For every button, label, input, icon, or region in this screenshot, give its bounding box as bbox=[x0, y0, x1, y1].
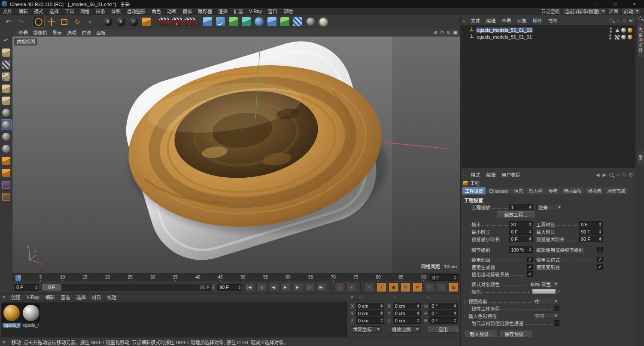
rot-h-field[interactable]: 0 ° bbox=[429, 303, 458, 309]
live-selection-icon[interactable] bbox=[33, 16, 45, 28]
move-tool-icon[interactable] bbox=[46, 16, 58, 28]
minimize-button[interactable]: ─ bbox=[586, 0, 605, 8]
timeline-tick[interactable]: 30 bbox=[150, 275, 155, 282]
locked-workplane-icon[interactable] bbox=[1, 191, 12, 202]
record-parameter-icon[interactable]: P bbox=[413, 282, 422, 292]
default-color-select[interactable]: 60% 灰色 bbox=[529, 281, 559, 287]
size-x-field[interactable]: 0 cm bbox=[393, 303, 421, 309]
next-frame-icon[interactable]: ▶ bbox=[292, 282, 302, 292]
maximize-button[interactable]: □ bbox=[605, 0, 625, 8]
scale-tool-icon[interactable] bbox=[58, 16, 70, 28]
color-swatch[interactable] bbox=[532, 289, 556, 294]
attribute-menu-item[interactable]: 用户数据 bbox=[498, 171, 523, 178]
search-icon[interactable] bbox=[610, 18, 614, 22]
workplane-icon[interactable] bbox=[1, 167, 12, 178]
snap-icon[interactable] bbox=[1, 131, 12, 142]
menu-icon[interactable]: ≡ bbox=[3, 294, 5, 300]
menu-item[interactable]: 样条 bbox=[93, 8, 108, 15]
toggle-view-icon[interactable]: ▣ bbox=[453, 30, 458, 36]
current-frame-field[interactable]: 0 F bbox=[430, 274, 458, 281]
model-mode-icon[interactable] bbox=[1, 47, 12, 58]
object-name[interactable]: cgaxis_models_56_01_01 bbox=[476, 34, 533, 39]
linear-workflow-checkbox[interactable] bbox=[554, 306, 559, 311]
max-time-field[interactable]: 90 F bbox=[579, 228, 603, 235]
start-frame-field[interactable]: 0 F bbox=[14, 284, 39, 291]
render-view-icon[interactable] bbox=[158, 16, 170, 28]
viewport-menu-item[interactable]: 选项 bbox=[64, 29, 79, 36]
attribute-tab[interactable]: 待办事项 bbox=[561, 187, 584, 194]
render-to-picture-viewer-icon[interactable]: ▸ bbox=[171, 16, 183, 28]
last-tool-icon[interactable]: ▾ bbox=[84, 16, 96, 28]
object-menu-item[interactable]: 标签 bbox=[529, 17, 545, 24]
next-key-icon[interactable]: ▷ bbox=[304, 282, 314, 292]
spline-pen-icon[interactable] bbox=[214, 16, 226, 28]
menu-icon[interactable]: ≡ bbox=[3, 340, 5, 345]
sound-toggle-icon[interactable]: ♪ bbox=[437, 282, 447, 292]
magnet-icon[interactable] bbox=[1, 155, 12, 166]
display-tag-icon[interactable] bbox=[615, 28, 620, 32]
timeline-tick[interactable]: 40 bbox=[195, 275, 200, 282]
undo-icon[interactable]: ↶ bbox=[2, 16, 14, 28]
viewport-canvas[interactable]: Y Z x 网格间距 : 10 cm 透视视图 bbox=[12, 36, 460, 273]
min-time-field[interactable]: 0 F bbox=[509, 228, 533, 235]
timeline-tick[interactable]: 50 bbox=[240, 275, 245, 282]
playback-mode-icon[interactable]: ▥ bbox=[449, 282, 459, 292]
phong-tag-icon[interactable] bbox=[621, 35, 626, 39]
viewport-menu-item[interactable]: 查看 bbox=[16, 29, 30, 36]
pos-y-field[interactable]: 0 cm bbox=[356, 310, 384, 316]
goto-end-icon[interactable]: ▶| bbox=[316, 282, 326, 292]
redo-icon[interactable]: ↷ bbox=[15, 16, 27, 28]
panel-icon[interactable]: ⊞ bbox=[629, 18, 633, 23]
timeline-tick[interactable]: 80 bbox=[376, 275, 381, 282]
menu-item[interactable]: 渲染 bbox=[215, 8, 231, 15]
workplane-grid-icon[interactable] bbox=[1, 179, 12, 190]
menu-item[interactable]: 编辑 bbox=[15, 8, 31, 15]
menu-item[interactable]: 模式 bbox=[31, 8, 46, 15]
volume-icon[interactable] bbox=[240, 16, 252, 28]
scale-mode-select[interactable]: 缩放比例 bbox=[390, 326, 421, 333]
attribute-menu-item[interactable]: 模式 bbox=[468, 171, 483, 178]
panel-icon[interactable]: ⊞ bbox=[629, 172, 633, 178]
menu-item[interactable]: V-Ray bbox=[246, 9, 265, 14]
points-mode-icon[interactable] bbox=[1, 71, 12, 82]
timeline-ruler[interactable]: 051015202530354045505560657075808590 0 F bbox=[12, 273, 460, 281]
object-menu-item[interactable]: 查看 bbox=[498, 17, 514, 24]
material-menu-item[interactable]: 纹理 bbox=[104, 294, 119, 300]
viewport-menu-item[interactable]: 摄像机 bbox=[30, 29, 50, 36]
close-button[interactable]: × bbox=[625, 0, 644, 8]
record-position-icon[interactable]: + bbox=[377, 282, 386, 292]
preview-max-field[interactable]: 90 F bbox=[579, 236, 603, 242]
menu-item[interactable]: 网格 bbox=[77, 8, 93, 15]
pan-view-icon[interactable]: ⊕ bbox=[434, 30, 437, 36]
use-generators-checkbox[interactable]: ✓ bbox=[527, 264, 533, 270]
material-menu-item[interactable]: 查看 bbox=[58, 294, 73, 300]
autokey-icon[interactable]: ● bbox=[365, 282, 374, 292]
spinner-icon[interactable] bbox=[34, 285, 38, 289]
pos-z-field[interactable]: 0 cm bbox=[356, 317, 384, 324]
search-icon[interactable] bbox=[638, 16, 642, 20]
filter-icon[interactable]: ▽ bbox=[622, 18, 626, 23]
timeline-tick[interactable]: 10 bbox=[60, 275, 65, 282]
timeline-tick[interactable]: 60 bbox=[286, 275, 291, 282]
timeline-tick[interactable]: 0 bbox=[18, 275, 21, 282]
rotate-view-icon[interactable]: ↻ bbox=[447, 30, 450, 36]
attribute-tab[interactable]: 动力学 bbox=[526, 187, 545, 194]
attribute-tab[interactable]: 工程设置 bbox=[462, 187, 486, 194]
section-header[interactable]: 工程设置 bbox=[464, 197, 636, 203]
material-name[interactable]: cgaxis_r bbox=[22, 323, 39, 328]
viewport-menu-item[interactable]: 过滤 bbox=[79, 29, 94, 36]
material-menu-item[interactable]: 选择 bbox=[73, 294, 88, 300]
phong-tag-icon[interactable] bbox=[621, 28, 626, 33]
render-lod-checkbox[interactable] bbox=[597, 247, 603, 252]
slider-grip[interactable]: || bbox=[211, 284, 215, 291]
content-browser-tab[interactable]: 内容浏览器 bbox=[636, 23, 644, 58]
goto-start-icon[interactable]: |◀ bbox=[244, 282, 254, 292]
timeline-slider-handle[interactable]: 0 F bbox=[42, 284, 61, 291]
menu-item[interactable]: 跟踪器 bbox=[195, 8, 215, 15]
spinner-icon[interactable] bbox=[237, 285, 241, 289]
object-menu-item[interactable]: 对象 bbox=[514, 17, 529, 24]
object-menu-item[interactable]: 文件 bbox=[468, 17, 483, 24]
quantize-icon[interactable] bbox=[1, 143, 12, 154]
viewport-menu-item[interactable]: 显示 bbox=[50, 29, 64, 36]
timeline-tick[interactable]: 5 bbox=[39, 275, 42, 282]
